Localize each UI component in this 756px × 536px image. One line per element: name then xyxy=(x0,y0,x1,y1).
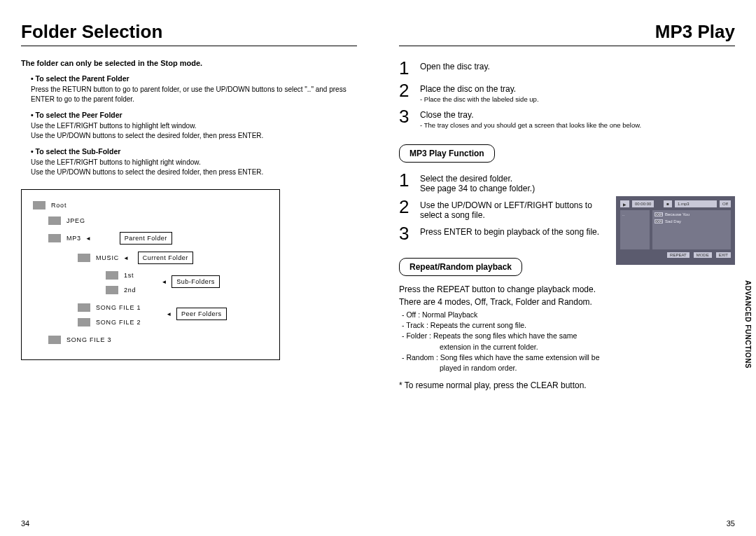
screen-button: REPEAT xyxy=(667,252,690,258)
paragraph: There are 4 modes, Off, Track, Folder an… xyxy=(399,297,714,307)
play-icon: ▶ xyxy=(620,200,629,207)
folder-icon xyxy=(48,336,61,344)
screen-right-pane: 001Because You 002Sad Day xyxy=(652,210,731,249)
section-body: Use the LEFT/RIGHT buttons to highlight … xyxy=(31,158,357,167)
side-tab-advanced-functions: ADVANCED FUNCTIONS xyxy=(743,280,752,369)
step-text: Select the desired folder. xyxy=(420,171,602,184)
section-parent-folder: • To select the Parent Folder Press the … xyxy=(31,74,357,104)
list-item: - Folder : Repeats the song files which … xyxy=(402,331,686,341)
step-text: Press ENTER to begin playback of the son… xyxy=(420,224,602,237)
arrow-left-icon xyxy=(119,254,134,261)
list-item: - Off : Normal Playback xyxy=(402,310,686,320)
step-row: 3 Press ENTER to begin playback of the s… xyxy=(399,224,602,242)
step-note: - Place the disc with the labeled side u… xyxy=(420,95,714,103)
step-number: 2 xyxy=(399,81,414,103)
tree-node: SONG FILE 1 xyxy=(96,304,141,311)
folder-icon xyxy=(48,217,61,225)
right-page: MP3 Play 1 Open the disc tray. 2 Place t… xyxy=(378,0,756,536)
section-heading: • To select the Peer Folder xyxy=(31,111,357,119)
paragraph: Press the REPEAT button to change playba… xyxy=(399,284,714,294)
step-row: 2 Use the UP/DOWN or LEFT/RIGHT buttons … xyxy=(399,198,602,220)
page-title-right: MP3 Play xyxy=(399,21,735,46)
list-item-cont: played in random order. xyxy=(440,363,686,373)
page-number-left: 34 xyxy=(21,519,29,528)
section-pill-repeat-random: Repeat/Random playback xyxy=(399,258,522,276)
label-sub-folders: Sub-Folders xyxy=(172,275,220,288)
tree-node: SONG FILE 3 xyxy=(66,336,111,343)
screen-row-num: 001 xyxy=(654,212,663,217)
step-text: See page 34 to change folder.) xyxy=(420,184,602,193)
step-number: 3 xyxy=(399,107,414,129)
step-row: 1 Select the desired folder. See page 34… xyxy=(399,171,602,193)
tree-node: 1st xyxy=(124,272,134,279)
screen-row-title: Because You xyxy=(665,212,690,217)
step-row: 2 Place the disc on the tray. - Place th… xyxy=(399,81,714,103)
arrow-left-icon xyxy=(81,235,96,242)
step-text: Use the UP/DOWN or LEFT/RIGHT buttons to… xyxy=(420,198,602,220)
screen-button: MODE xyxy=(694,252,712,258)
step-text: Open the disc tray. xyxy=(420,59,714,71)
section-peer-folder: • To select the Peer Folder Use the LEFT… xyxy=(31,111,357,140)
screen-mockup: ▶ 00:00:00 ■ 1.mp3 Off .. 001Because You… xyxy=(616,196,735,265)
folder-icon xyxy=(78,254,90,262)
screen-row-title: Sad Day xyxy=(665,219,681,224)
tree-node: 2nd xyxy=(124,287,136,294)
list-item-cont: extension in the current folder. xyxy=(440,342,686,352)
section-body: Press the RETURN button to go to parent … xyxy=(31,85,357,104)
screen-mode: Off xyxy=(720,200,731,207)
arrow-left-icon xyxy=(162,310,176,317)
folder-icon xyxy=(106,271,118,280)
label-parent-folder: Parent Folder xyxy=(120,232,172,245)
section-body: Use the LEFT/RIGHT buttons to highlight … xyxy=(31,121,357,131)
list-item: - Random : Song files which have the sam… xyxy=(402,352,686,363)
screen-time: 00:00:00 xyxy=(632,200,654,207)
step-number: 1 xyxy=(399,59,414,77)
tree-node: MUSIC xyxy=(96,254,119,261)
section-heading: • To select the Parent Folder xyxy=(31,74,357,83)
folder-icon xyxy=(106,286,118,294)
step-text: Close the tray. xyxy=(420,107,714,120)
track-icon: ■ xyxy=(664,200,672,207)
screen-row-num: 002 xyxy=(654,219,663,224)
step-number: 1 xyxy=(399,171,414,193)
folder-icon xyxy=(48,234,61,242)
left-page: Folder Selection The folder can only be … xyxy=(0,0,378,536)
tree-node: MP3 xyxy=(66,235,81,242)
section-pill-mp3-play: MP3 Play Function xyxy=(399,144,495,163)
tree-node-root: Root xyxy=(51,202,66,209)
screen-button: EXIT xyxy=(716,252,731,258)
step-text: Place the disc on the tray. xyxy=(420,81,714,94)
folder-icon xyxy=(78,318,90,327)
page-number-right: 35 xyxy=(727,519,735,528)
tree-node: SONG FILE 2 xyxy=(96,319,141,326)
step-number: 3 xyxy=(399,224,414,242)
label-current-folder: Current Folder xyxy=(138,252,193,264)
step-row: 1 Open the disc tray. xyxy=(399,59,714,77)
arrow-left-icon xyxy=(157,278,172,285)
section-heading: • To select the Sub-Folder xyxy=(31,147,357,156)
folder-icon xyxy=(33,201,46,209)
section-body: Use the UP/DOWN buttons to select the de… xyxy=(31,167,357,177)
step-row: 3 Close the tray. - The tray closes and … xyxy=(399,107,714,129)
resume-note: * To resume normal play, press the CLEAR… xyxy=(399,380,714,390)
step-note: - The tray closes and you should get a s… xyxy=(420,121,714,129)
label-peer-folders: Peer Folders xyxy=(176,308,227,320)
folder-tree-diagram: Root JPEG MP3 Parent Folder MUSIC Curren… xyxy=(21,189,280,360)
tree-node: JPEG xyxy=(66,217,85,224)
folder-icon xyxy=(78,303,90,312)
mode-list: - Off : Normal Playback - Track : Repeat… xyxy=(402,310,714,373)
section-sub-folder: • To select the Sub-Folder Use the LEFT/… xyxy=(31,147,357,177)
screen-track: 1.mp3 xyxy=(675,200,717,207)
list-item: - Track : Repeats the current song file. xyxy=(402,320,686,331)
section-body: Use the UP/DOWN buttons to select the de… xyxy=(31,131,357,141)
intro-text: The folder can only be selected in the S… xyxy=(21,59,357,67)
step-number: 2 xyxy=(399,198,414,220)
page-title-left: Folder Selection xyxy=(21,21,357,46)
screen-left-pane: .. xyxy=(620,210,650,249)
